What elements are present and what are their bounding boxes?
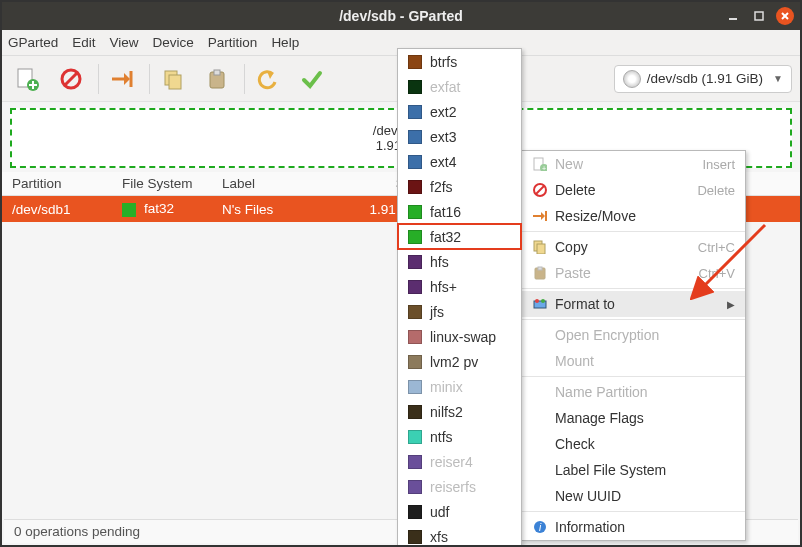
format-linux-swap[interactable]: linux-swap [398, 324, 521, 349]
minimize-icon [728, 11, 738, 21]
fs-name-label: reiserfs [430, 479, 476, 495]
svg-rect-1 [755, 12, 763, 20]
ctx-accelerator: Ctrl+C [698, 240, 735, 255]
disk-icon [623, 70, 641, 88]
tb-new-partition[interactable] [10, 62, 44, 96]
fs-color-swatch [408, 530, 422, 544]
maximize-button[interactable] [750, 7, 768, 25]
ctx-label: Label File System [555, 462, 735, 478]
ctx-new-uuid[interactable]: New UUID [521, 483, 745, 509]
fs-color-swatch [408, 405, 422, 419]
format-icon [531, 296, 549, 312]
col-label[interactable]: Label [212, 176, 352, 191]
ctx-resize-move[interactable]: Resize/Move [521, 203, 745, 229]
chevron-down-icon: ▼ [773, 73, 783, 84]
ctx-label: Delete [555, 182, 697, 198]
tb-delete[interactable] [54, 62, 88, 96]
format-fat32[interactable]: fat32 [398, 224, 521, 249]
ctx-format-to[interactable]: Format to▶ [521, 291, 745, 317]
menu-help[interactable]: Help [271, 35, 299, 50]
fs-name-label: nilfs2 [430, 404, 463, 420]
fs-name-label: lvm2 pv [430, 354, 478, 370]
menu-partition[interactable]: Partition [208, 35, 258, 50]
ctx-information[interactable]: iInformation [521, 514, 745, 540]
format-xfs[interactable]: xfs [398, 524, 521, 547]
ctx-paste: PasteCtrl+V [521, 260, 745, 286]
format-ext4[interactable]: ext4 [398, 149, 521, 174]
context-menu-separator [521, 376, 745, 377]
ctx-delete[interactable]: DeleteDelete [521, 177, 745, 203]
fs-color-swatch [408, 280, 422, 294]
ctx-label: Resize/Move [555, 208, 735, 224]
tb-paste[interactable] [200, 62, 234, 96]
fs-name-label: ext4 [430, 154, 456, 170]
format-ext2[interactable]: ext2 [398, 99, 521, 124]
copy-icon [531, 239, 549, 255]
ctx-label: New UUID [555, 488, 735, 504]
format-hfs[interactable]: hfs [398, 249, 521, 274]
fs-name-label: ntfs [430, 429, 453, 445]
format-nilfs2[interactable]: nilfs2 [398, 399, 521, 424]
fs-name-label: fat16 [430, 204, 461, 220]
fs-color-swatch [408, 355, 422, 369]
blank-icon [531, 384, 549, 400]
tb-undo[interactable] [251, 62, 285, 96]
svg-text:+: + [542, 165, 546, 171]
fs-color-swatch [408, 130, 422, 144]
menu-gparted[interactable]: GParted [8, 35, 58, 50]
tb-copy[interactable] [156, 62, 190, 96]
delete-icon [531, 182, 549, 198]
minimize-button[interactable] [724, 7, 742, 25]
format-reiser4: reiser4 [398, 449, 521, 474]
blank-icon [531, 462, 549, 478]
svg-point-26 [535, 299, 539, 303]
blank-icon [531, 488, 549, 504]
paste-icon [206, 68, 228, 90]
close-icon [780, 11, 790, 21]
tb-resize[interactable] [105, 62, 139, 96]
ctx-label: Paste [555, 265, 699, 281]
ctx-label-file-system[interactable]: Label File System [521, 457, 745, 483]
ctx-label: Name Partition [555, 384, 735, 400]
ctx-check[interactable]: Check [521, 431, 745, 457]
format-hfs-[interactable]: hfs+ [398, 274, 521, 299]
col-filesystem[interactable]: File System [112, 176, 212, 191]
fs-color-swatch [408, 455, 422, 469]
svg-rect-24 [538, 267, 542, 270]
ctx-accelerator: Insert [702, 157, 735, 172]
col-partition[interactable]: Partition [2, 176, 112, 191]
format-ntfs[interactable]: ntfs [398, 424, 521, 449]
fs-color-swatch [408, 255, 422, 269]
no-entry-icon [60, 68, 82, 90]
format-fat16[interactable]: fat16 [398, 199, 521, 224]
format-ext3[interactable]: ext3 [398, 124, 521, 149]
apply-icon [301, 68, 323, 90]
blank-icon [531, 353, 549, 369]
format-udf[interactable]: udf [398, 499, 521, 524]
format-to-submenu: btrfsexfatext2ext3ext4f2fsfat16fat32hfsh… [397, 48, 522, 547]
context-menu-separator [521, 511, 745, 512]
menu-edit[interactable]: Edit [72, 35, 95, 50]
tb-apply[interactable] [295, 62, 329, 96]
fs-name-label: fat32 [430, 229, 461, 245]
device-selector[interactable]: /dev/sdb (1.91 GiB) ▼ [614, 65, 792, 93]
fs-color-swatch [408, 330, 422, 344]
fs-name-label: hfs+ [430, 279, 457, 295]
format-lvm2-pv[interactable]: lvm2 pv [398, 349, 521, 374]
ctx-copy[interactable]: CopyCtrl+C [521, 234, 745, 260]
fs-name-label: udf [430, 504, 449, 520]
ctx-accelerator: Ctrl+V [699, 266, 735, 281]
copy-icon [162, 68, 184, 90]
fs-name-label: xfs [430, 529, 448, 545]
close-button[interactable] [776, 7, 794, 25]
menu-view[interactable]: View [110, 35, 139, 50]
ctx-manage-flags[interactable]: Manage Flags [521, 405, 745, 431]
ctx-accelerator: Delete [697, 183, 735, 198]
format-btrfs[interactable]: btrfs [398, 49, 521, 74]
format-minix: minix [398, 374, 521, 399]
blank-icon [531, 327, 549, 343]
format-jfs[interactable]: jfs [398, 299, 521, 324]
menu-device[interactable]: Device [153, 35, 194, 50]
format-f2fs[interactable]: f2fs [398, 174, 521, 199]
ctx-label: Format to [555, 296, 727, 312]
